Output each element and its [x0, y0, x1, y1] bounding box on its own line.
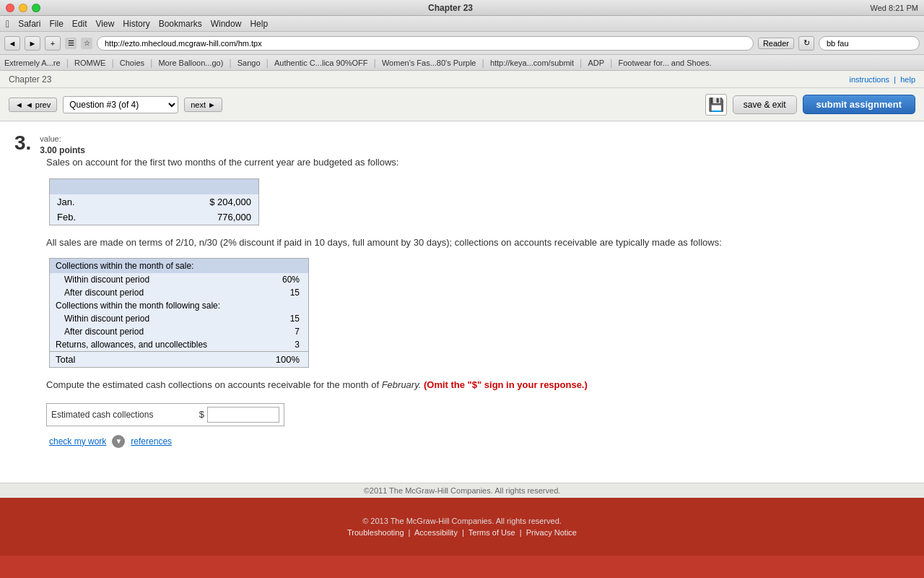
window-title: Chapter 23 [40, 3, 860, 13]
privacy-link[interactable]: Privacy Notice [526, 528, 577, 537]
next-label: next ► [191, 100, 216, 109]
reader-button[interactable]: Reader [758, 38, 794, 49]
address-input[interactable] [97, 36, 754, 51]
mac-titlebar: Chapter 23 Wed 8:21 PM [0, 0, 924, 16]
question-number: 3. [14, 133, 31, 155]
chapter-header: Chapter 23 instructions | help [0, 71, 924, 88]
question-content: 3. value: 3.00 points Sales on account f… [0, 121, 924, 483]
collections-header: Collections within the month of sale: [50, 259, 309, 274]
value-label: value: [40, 134, 61, 143]
coll-total-value: 100% [265, 352, 308, 368]
sales-header-amount [180, 178, 259, 194]
question-body: Sales on account for the first two month… [46, 155, 910, 448]
view-menu[interactable]: View [96, 19, 115, 29]
accessibility-link[interactable]: Accessibility [414, 528, 458, 537]
window-menu[interactable]: Window [211, 19, 242, 29]
chapter-title: Chapter 23 [9, 74, 51, 85]
bookmark-7[interactable]: Women's Fas...80's Purple [382, 59, 476, 67]
coll-row-1-label: Within discount period [50, 273, 266, 286]
coll-following-header: Collections within the month following s… [50, 299, 309, 312]
sales-table: Jan. $ 204,000 Feb. 776,000 [49, 178, 259, 225]
sidebar-toggle[interactable]: ☰ [65, 38, 77, 49]
answer-label: Estimated cash collections [51, 410, 196, 420]
bookmark-4[interactable]: More Balloon...go) [158, 59, 223, 67]
bookmark-10[interactable]: Footwear for... and Shoes. [618, 59, 711, 67]
help-link[interactable]: help [900, 75, 915, 84]
prev-label: ◄ prev [25, 100, 51, 109]
bookmark-2[interactable]: ROMWE [74, 59, 105, 67]
coll-row-4-label: After discount period [50, 325, 266, 338]
apple-menu[interactable]:  [6, 18, 9, 30]
help-menu[interactable]: Help [250, 19, 268, 29]
bookmarks-menu[interactable]: Bookmarks [159, 19, 202, 29]
coll-row-1-value: 60% [265, 273, 308, 286]
question-select[interactable]: Question #3 (of 4) [63, 96, 178, 113]
coll-row-2-label: After discount period [50, 286, 266, 299]
question-points: 3.00 points [40, 145, 85, 155]
coll-row-4-value: 7 [265, 325, 308, 338]
sales-feb-amount: 776,000 [180, 210, 259, 225]
check-my-work-link[interactable]: check my work [49, 436, 106, 447]
floppy-button[interactable]: 💾 [705, 94, 727, 116]
bookmark-3[interactable]: Choies [120, 59, 144, 67]
coll-row-5-value: 3 [265, 338, 308, 352]
footer-links: Troubleshooting | Accessibility | Terms … [347, 528, 577, 537]
troubleshooting-link[interactable]: Troubleshooting [347, 528, 404, 537]
forward-button[interactable]: ► [25, 36, 40, 51]
back-button[interactable]: ◄ [4, 36, 20, 51]
prev-button[interactable]: ◄ ◄ prev [9, 98, 57, 112]
save-exit-label: save & exit [744, 100, 786, 110]
bookmarks-bar: Extremely A...re | ROMWE | Choies | More… [0, 55, 924, 71]
file-menu[interactable]: File [49, 19, 63, 29]
bookmark-1[interactable]: Extremely A...re [4, 59, 61, 67]
bookmark-9[interactable]: ADP [588, 59, 604, 67]
copyright-bar: ©2011 The McGraw-Hill Companies. All rig… [0, 483, 924, 498]
copyright-text: ©2011 The McGraw-Hill Companies. All rig… [364, 486, 561, 495]
safari-menu[interactable]: Safari [18, 19, 40, 29]
sales-header-month [50, 178, 180, 194]
sales-jan-label: Jan. [50, 194, 180, 210]
submit-label: submit assignment [816, 99, 902, 110]
new-tab-button[interactable]: + [45, 36, 61, 51]
answer-input[interactable] [207, 407, 279, 423]
edit-menu[interactable]: Edit [72, 19, 87, 29]
compute-text-part1: Compute the estimated cash collections o… [46, 379, 382, 390]
action-links: check my work ▼ references [49, 435, 910, 448]
minimize-button[interactable] [19, 4, 27, 12]
system-time: Wed 8:21 PM [860, 4, 918, 12]
terms-text: All sales are made on terms of 2/10, n/3… [46, 236, 910, 250]
bookmark-8[interactable]: http://keya...com/submit [490, 59, 574, 67]
answer-row: Estimated cash collections $ [46, 403, 284, 426]
references-link[interactable]: references [131, 436, 172, 447]
save-exit-button[interactable]: save & exit [733, 95, 797, 114]
coll-row-3-label: Within discount period [50, 312, 266, 325]
footer-copyright: © 2013 The McGraw-Hill Companies. All ri… [362, 517, 562, 525]
coll-row-3-value: 15 [265, 312, 308, 325]
chevron-down-icon[interactable]: ▼ [112, 435, 125, 448]
collections-table: Collections within the month of sale: Wi… [49, 258, 309, 368]
coll-row-5-label: Returns, allowances, and uncollectibles [50, 338, 266, 352]
intro-text: Sales on account for the first two month… [46, 155, 910, 170]
close-button[interactable] [6, 4, 14, 12]
sales-jan-amount: $ 204,000 [180, 194, 259, 210]
maximize-button[interactable] [32, 4, 40, 12]
compute-italic: February. [382, 379, 422, 390]
bookmark-6[interactable]: Authentic C...lica 90%OFF [274, 59, 368, 67]
question-nav: ◄ ◄ prev Question #3 (of 4) next ► 💾 sav… [0, 88, 924, 121]
submit-assignment-button[interactable]: submit assignment [803, 95, 915, 114]
next-button[interactable]: next ► [184, 98, 222, 112]
floppy-icon: 💾 [708, 97, 724, 113]
history-menu[interactable]: History [123, 19, 149, 29]
compute-instruction: (Omit the "$" sign in your response.) [424, 379, 588, 390]
dollar-sign: $ [199, 409, 204, 420]
bookmark-icon[interactable]: ☆ [81, 38, 92, 49]
instructions-link[interactable]: instructions [849, 75, 889, 84]
bookmark-5[interactable]: Sango [237, 59, 261, 67]
header-links: instructions | help [849, 75, 915, 84]
coll-total-label: Total [50, 352, 266, 368]
terms-link[interactable]: Terms of Use [468, 528, 515, 537]
sales-feb-label: Feb. [50, 210, 180, 225]
bottom-footer: © 2013 The McGraw-Hill Companies. All ri… [0, 498, 924, 556]
search-input[interactable] [819, 36, 920, 51]
reload-button[interactable]: ↻ [798, 36, 814, 51]
